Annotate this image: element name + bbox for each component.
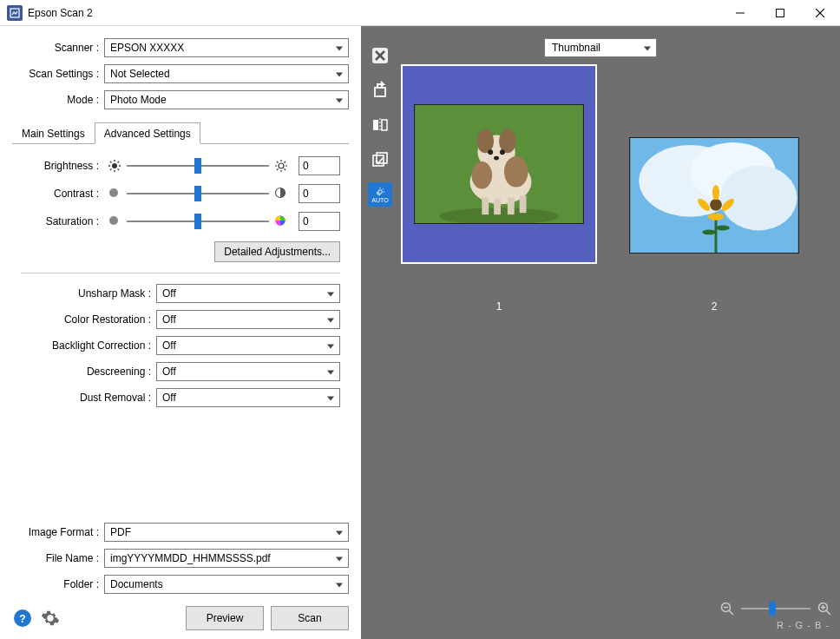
left-panel: Scanner : EPSON XXXXX Scan Settings : No… bbox=[0, 26, 361, 639]
brightness-input[interactable] bbox=[299, 156, 340, 175]
titlebar: Epson Scan 2 bbox=[0, 0, 840, 26]
brightness-label: Brightness : bbox=[21, 160, 104, 172]
svg-rect-36 bbox=[373, 155, 384, 166]
svg-point-50 bbox=[500, 149, 505, 155]
contrast-input[interactable] bbox=[299, 184, 340, 203]
scanner-value: EPSON XXXXX bbox=[110, 42, 184, 54]
brightness-slider[interactable] bbox=[127, 156, 269, 175]
svg-point-63 bbox=[702, 229, 716, 234]
thumbnail-2[interactable]: 2 bbox=[616, 64, 812, 320]
window-title: Epson Scan 2 bbox=[28, 7, 720, 19]
svg-text:?: ? bbox=[19, 613, 25, 625]
dust-removal-label: Dust Removal : bbox=[21, 392, 156, 404]
svg-point-53 bbox=[471, 161, 492, 189]
scan-settings-label: Scan Settings : bbox=[12, 68, 104, 80]
svg-point-48 bbox=[499, 129, 516, 154]
backlight-correction-label: Backlight Correction : bbox=[21, 339, 156, 352]
svg-line-20 bbox=[285, 169, 286, 171]
svg-point-5 bbox=[112, 163, 117, 168]
image-format-select[interactable]: PDF bbox=[104, 523, 349, 542]
tab-advanced-settings[interactable]: Advanced Settings bbox=[95, 122, 200, 144]
thumbnail-1-image bbox=[414, 104, 584, 224]
svg-rect-56 bbox=[508, 197, 515, 214]
mode-label: Mode : bbox=[12, 94, 104, 106]
file-name-select[interactable]: imgYYYYMMDD_HHMMSSSS.pdf bbox=[104, 549, 349, 568]
separator bbox=[21, 273, 340, 273]
thumbnail-1[interactable]: 1 bbox=[401, 64, 597, 320]
svg-rect-32 bbox=[375, 88, 385, 96]
view-mode-select[interactable]: Thumbnail bbox=[544, 38, 657, 57]
scanner-label: Scanner : bbox=[12, 42, 104, 54]
file-name-value: imgYYYYMMDD_HHMMSSSS.pdf bbox=[110, 552, 271, 564]
zoom-out-icon[interactable] bbox=[720, 602, 734, 616]
minimize-button[interactable] bbox=[720, 0, 760, 26]
svg-line-13 bbox=[118, 161, 120, 163]
svg-point-72 bbox=[708, 214, 724, 221]
svg-rect-34 bbox=[382, 120, 387, 130]
contrast-label: Contrast : bbox=[21, 188, 104, 200]
scanner-select[interactable]: EPSON XXXXX bbox=[104, 38, 349, 57]
svg-rect-2 bbox=[777, 9, 784, 16]
close-button[interactable] bbox=[800, 0, 840, 26]
rotate-icon[interactable] bbox=[368, 78, 392, 102]
close-preview-icon[interactable] bbox=[368, 43, 392, 68]
saturation-input[interactable] bbox=[299, 212, 340, 231]
image-format-label: Image Format : bbox=[12, 526, 104, 538]
tab-main-settings[interactable]: Main Settings bbox=[12, 122, 95, 144]
brightness-low-icon bbox=[108, 159, 121, 173]
scan-settings-select[interactable]: Not Selected bbox=[104, 64, 349, 83]
svg-line-10 bbox=[110, 161, 112, 163]
scan-settings-value: Not Selected bbox=[110, 68, 170, 80]
svg-point-38 bbox=[378, 189, 383, 194]
saturation-low-icon bbox=[108, 214, 121, 228]
svg-line-41 bbox=[383, 188, 384, 189]
unsharp-mask-value: Off bbox=[162, 287, 176, 300]
maximize-button[interactable] bbox=[760, 0, 800, 26]
saturation-slider[interactable] bbox=[127, 212, 269, 231]
auto-adjust-button[interactable]: AUTO bbox=[368, 182, 392, 207]
auto-label: AUTO bbox=[371, 197, 388, 203]
color-restoration-select[interactable]: Off bbox=[156, 310, 340, 329]
mode-select[interactable]: Photo Mode bbox=[104, 90, 349, 109]
svg-rect-57 bbox=[520, 195, 527, 213]
detailed-adjustments-button[interactable]: Detailed Adjustments... bbox=[214, 241, 340, 262]
dust-removal-select[interactable]: Off bbox=[156, 388, 340, 407]
gear-icon[interactable] bbox=[40, 608, 61, 629]
backlight-correction-select[interactable]: Off bbox=[156, 336, 340, 355]
svg-line-21 bbox=[277, 169, 279, 171]
descreening-label: Descreening : bbox=[21, 366, 156, 378]
svg-line-11 bbox=[118, 169, 120, 171]
saturation-label: Saturation : bbox=[21, 215, 104, 227]
svg-rect-54 bbox=[482, 197, 489, 214]
svg-point-14 bbox=[279, 163, 284, 168]
svg-line-79 bbox=[827, 611, 831, 616]
thumbnail-2-number: 2 bbox=[616, 300, 812, 313]
backlight-correction-value: Off bbox=[162, 339, 176, 352]
advanced-tab-content: Brightness : Contrast : Saturation : bbox=[12, 144, 349, 523]
zoom-in-icon[interactable] bbox=[817, 602, 831, 616]
color-restoration-label: Color Restoration : bbox=[21, 313, 156, 326]
scan-button[interactable]: Scan bbox=[271, 606, 349, 630]
image-format-value: PDF bbox=[110, 526, 131, 538]
dust-removal-value: Off bbox=[162, 392, 176, 404]
svg-line-19 bbox=[277, 161, 279, 163]
contrast-slider[interactable] bbox=[127, 184, 269, 203]
thumbnail-1-number: 1 bbox=[401, 300, 597, 313]
svg-point-64 bbox=[716, 225, 730, 230]
svg-rect-55 bbox=[494, 199, 501, 214]
thumbnail-2-image bbox=[629, 137, 799, 254]
svg-point-25 bbox=[109, 216, 118, 225]
svg-point-47 bbox=[476, 129, 494, 154]
preview-panel: Thumbnail AUTO bbox=[361, 26, 840, 639]
mirror-icon[interactable] bbox=[368, 113, 392, 137]
preview-button[interactable]: Preview bbox=[186, 606, 264, 630]
descreening-select[interactable]: Off bbox=[156, 362, 340, 381]
select-all-icon[interactable] bbox=[368, 148, 392, 172]
unsharp-mask-select[interactable]: Off bbox=[156, 284, 340, 303]
unsharp-mask-label: Unsharp Mask : bbox=[21, 287, 156, 300]
folder-select[interactable]: Documents bbox=[104, 575, 349, 594]
color-restoration-value: Off bbox=[162, 313, 176, 326]
folder-label: Folder : bbox=[12, 578, 104, 590]
zoom-slider[interactable] bbox=[741, 601, 810, 616]
help-icon[interactable]: ? bbox=[12, 608, 33, 629]
